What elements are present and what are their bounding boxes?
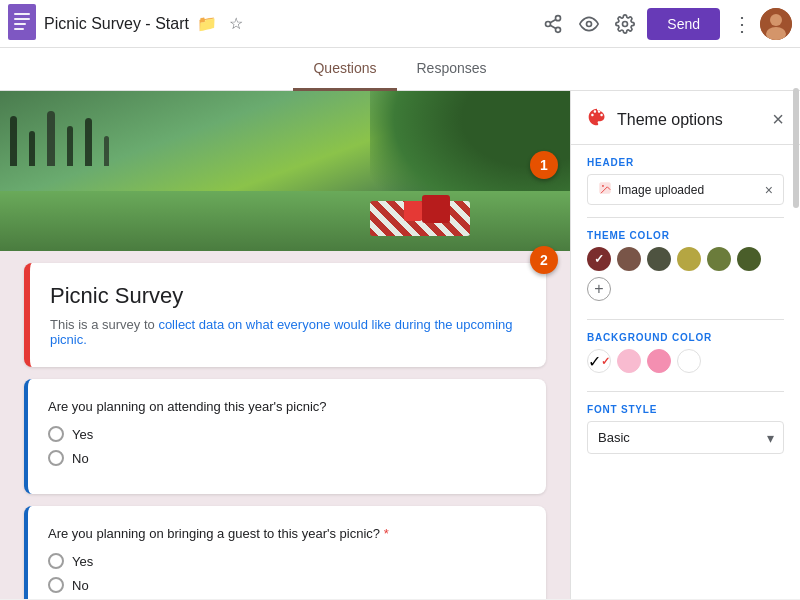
swatches-row-2: + xyxy=(587,277,784,301)
question-1-option-no[interactable]: No xyxy=(48,450,526,466)
bg-swatch-0[interactable]: ✓ xyxy=(587,349,611,373)
swatches-row-1 xyxy=(587,247,784,271)
theme-panel: Theme options × HEADER Image uploaded × … xyxy=(570,91,800,599)
more-options-icon[interactable]: ⋮ xyxy=(724,8,760,40)
topbar: Picnic Survey - Start 📁 ☆ Send ⋮ xyxy=(0,0,800,48)
tab-questions[interactable]: Questions xyxy=(293,48,396,91)
font-style-label: FONT STYLE xyxy=(571,392,800,421)
app-logo xyxy=(8,4,36,44)
font-style-section: Basic Decorative Formal Playful ▾ xyxy=(571,421,800,466)
bg-swatches-row: ✓ xyxy=(587,349,784,373)
main-area: 1 2 Picnic Survey This is a survey to co… xyxy=(0,91,800,599)
theme-color-swatch-4[interactable] xyxy=(707,247,731,271)
svg-rect-2 xyxy=(14,18,30,20)
question-1-text: Are you planning on attending this year'… xyxy=(48,399,526,414)
tabs-bar: Questions Responses xyxy=(0,48,800,91)
radio2-yes[interactable] xyxy=(48,553,64,569)
svg-point-6 xyxy=(546,21,551,26)
header-section-label: HEADER xyxy=(571,145,800,174)
svg-rect-3 xyxy=(14,23,26,25)
hero-image xyxy=(0,91,570,251)
background-color-label: BACKGROUND COLOR xyxy=(571,320,800,349)
theme-panel-title: Theme options xyxy=(617,111,723,129)
form-description: This is a survey to collect data on what… xyxy=(50,317,526,347)
question-2-text: Are you planning on bringing a guest to … xyxy=(48,526,526,541)
bg-swatch-2[interactable] xyxy=(647,349,671,373)
title-group: Picnic Survey - Start 📁 ☆ xyxy=(44,10,247,37)
radio-no[interactable] xyxy=(48,450,64,466)
image-chip-remove-button[interactable]: × xyxy=(765,182,773,198)
image-chip-icon xyxy=(598,181,612,198)
title-card: Picnic Survey This is a survey to collec… xyxy=(24,263,546,367)
avatar[interactable] xyxy=(760,8,792,40)
step-1-bubble: 1 xyxy=(530,151,558,179)
svg-point-11 xyxy=(623,21,628,26)
question-2-option-yes[interactable]: Yes xyxy=(48,553,526,569)
svg-line-9 xyxy=(550,19,556,22)
question-1-card: Are you planning on attending this year'… xyxy=(24,379,546,494)
svg-point-13 xyxy=(770,14,782,26)
theme-color-swatches: + xyxy=(571,247,800,319)
theme-color-swatch-2[interactable] xyxy=(647,247,671,271)
form-area: 1 2 Picnic Survey This is a survey to co… xyxy=(0,91,570,599)
theme-color-swatch-1[interactable] xyxy=(617,247,641,271)
background-color-swatches: ✓ xyxy=(571,349,800,391)
radio-yes[interactable] xyxy=(48,426,64,442)
font-select-wrapper: Basic Decorative Formal Playful ▾ xyxy=(587,421,784,454)
theme-panel-title-row: Theme options xyxy=(587,107,723,132)
add-custom-color-button[interactable]: + xyxy=(587,277,611,301)
theme-color-swatch-3[interactable] xyxy=(677,247,701,271)
image-uploaded-chip[interactable]: Image uploaded × xyxy=(587,174,784,205)
theme-color-label: THEME COLOR xyxy=(571,218,800,247)
theme-panel-header: Theme options × xyxy=(571,91,800,145)
question-2-card: Are you planning on bringing a guest to … xyxy=(24,506,546,599)
star-icon[interactable]: ☆ xyxy=(225,10,247,37)
svg-point-7 xyxy=(556,27,561,32)
svg-line-8 xyxy=(550,25,556,28)
image-chip-label: Image uploaded xyxy=(618,183,759,197)
svg-point-10 xyxy=(587,21,592,26)
svg-point-16 xyxy=(602,185,604,187)
form-title: Picnic Survey xyxy=(50,283,526,309)
share-icon[interactable] xyxy=(535,6,571,42)
step-2-bubble: 2 xyxy=(530,246,558,274)
radio2-no[interactable] xyxy=(48,577,64,593)
send-button[interactable]: Send xyxy=(647,8,720,40)
cards-area: Picnic Survey This is a survey to collec… xyxy=(0,251,570,599)
svg-point-5 xyxy=(556,15,561,20)
theme-color-swatch-5[interactable] xyxy=(737,247,761,271)
question-2-option-no[interactable]: No xyxy=(48,577,526,593)
settings-icon[interactable] xyxy=(607,6,643,42)
required-marker: * xyxy=(384,526,389,541)
question-1-option-yes[interactable]: Yes xyxy=(48,426,526,442)
theme-panel-scrollbar[interactable] xyxy=(792,91,800,599)
bg-swatch-3[interactable] xyxy=(677,349,701,373)
folder-icon[interactable]: 📁 xyxy=(193,10,221,37)
svg-rect-1 xyxy=(14,13,30,15)
theme-color-swatch-0[interactable] xyxy=(587,247,611,271)
svg-rect-4 xyxy=(14,28,24,30)
tab-responses[interactable]: Responses xyxy=(397,48,507,91)
bg-swatch-1[interactable] xyxy=(617,349,641,373)
theme-icon xyxy=(587,107,607,132)
document-title: Picnic Survey - Start xyxy=(44,15,189,33)
font-style-select[interactable]: Basic Decorative Formal Playful xyxy=(587,421,784,454)
svg-rect-0 xyxy=(8,4,36,40)
preview-icon[interactable] xyxy=(571,6,607,42)
close-theme-panel-button[interactable]: × xyxy=(772,108,784,131)
